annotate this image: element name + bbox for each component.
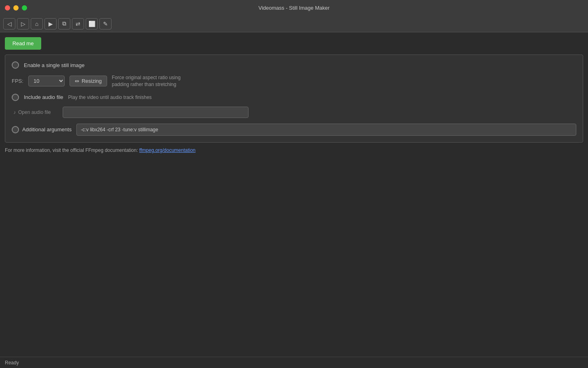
open-audio-input[interactable] xyxy=(63,107,249,118)
stop-button[interactable]: ⬜ xyxy=(86,18,98,29)
open-audio-row: ♪ Open audio file xyxy=(12,107,576,118)
settings-panel: Enable a single still image FPS: 5 10 15… xyxy=(5,55,583,143)
fps-label: FPS: xyxy=(12,78,23,84)
enable-still-image-label: Enable a single still image xyxy=(24,62,84,68)
close-button[interactable] xyxy=(5,5,10,11)
edit-button[interactable]: ✎ xyxy=(99,18,112,29)
maximize-button[interactable] xyxy=(22,5,27,11)
resize-icon: ⇔ xyxy=(75,78,79,84)
window-title: Videomass - Still Image Maker xyxy=(258,5,329,11)
additional-args-label-wrap: Additional arguments xyxy=(12,126,76,133)
force-ratio-text: Force original aspect ratio using paddin… xyxy=(112,74,181,88)
back-button[interactable]: ◁ xyxy=(3,18,15,29)
statusbar: Ready xyxy=(0,357,588,368)
info-line: For more information, visit the official… xyxy=(5,147,583,153)
forward-button[interactable]: ▷ xyxy=(17,18,29,29)
traffic-lights xyxy=(5,5,27,11)
play-until-label: Play the video until audio track finishe… xyxy=(68,95,152,100)
additional-args-label: Additional arguments xyxy=(22,126,72,132)
titlebar: Videomass - Still Image Maker xyxy=(0,0,588,15)
enable-still-image-row: Enable a single still image xyxy=(12,61,576,69)
include-audio-label: Include audio file xyxy=(24,94,63,100)
play-button[interactable]: ▶ xyxy=(44,18,57,29)
fps-select[interactable]: 5 10 15 24 25 30 60 xyxy=(28,76,65,86)
resizing-label: Resizing xyxy=(82,78,102,84)
open-audio-label: ♪ Open audio file xyxy=(13,109,58,115)
enable-still-image-toggle[interactable] xyxy=(12,61,19,69)
resizing-button[interactable]: ⇔ Resizing xyxy=(70,76,107,86)
fps-resizing-row: FPS: 5 10 15 24 25 30 60 ⇔ Resizing Forc… xyxy=(12,74,576,88)
toolbar: ◁ ▷ ⌂ ▶ ⧉ ⇄ ⬜ ✎ xyxy=(0,15,588,32)
tools-button[interactable]: ⧉ xyxy=(58,18,70,29)
minimize-button[interactable] xyxy=(13,5,19,11)
include-audio-toggle[interactable] xyxy=(12,94,19,101)
status-text: Ready xyxy=(5,360,19,366)
main-content: Read me Enable a single still image FPS:… xyxy=(0,32,588,357)
home-button[interactable]: ⌂ xyxy=(31,18,43,29)
ffmpeg-docs-link[interactable]: ffmpeg.org/documentation xyxy=(139,147,196,153)
info-text: For more information, visit the official… xyxy=(5,147,138,153)
additional-args-row: Additional arguments xyxy=(12,124,576,136)
include-audio-row: Include audio file Play the video until … xyxy=(12,94,576,101)
additional-args-toggle[interactable] xyxy=(12,126,19,133)
audio-note-icon: ♪ xyxy=(13,109,16,115)
convert-button[interactable]: ⇄ xyxy=(72,18,84,29)
additional-args-input[interactable] xyxy=(76,124,576,136)
read-me-button[interactable]: Read me xyxy=(5,37,41,50)
